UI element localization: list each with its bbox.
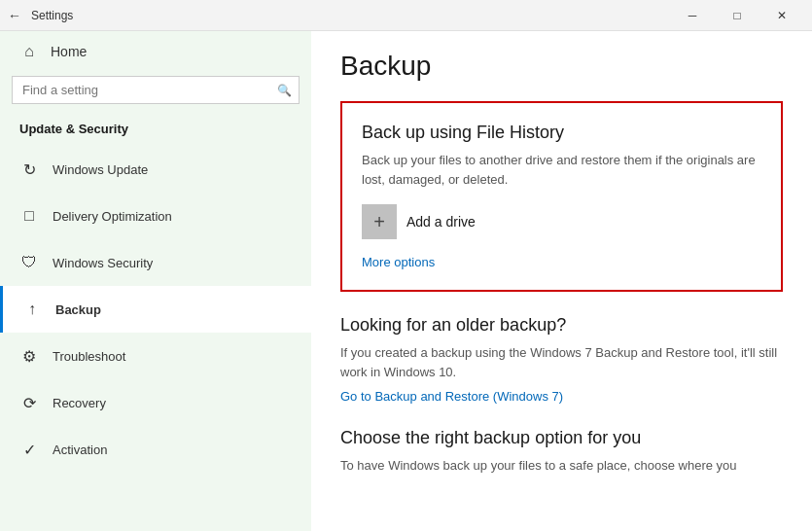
sidebar-item-backup[interactable]: ↑ Backup: [0, 286, 311, 333]
sidebar-label-backup: Backup: [55, 302, 101, 317]
older-backup-heading: Looking for an older backup?: [340, 315, 783, 336]
titlebar-back-button[interactable]: ←: [8, 8, 21, 23]
page-title: Backup: [340, 51, 783, 82]
sidebar-icon-windows-update: ↻: [19, 160, 39, 179]
more-options-link[interactable]: More options: [362, 255, 435, 269]
sidebar-label-delivery-optimization: Delivery Optimization: [53, 209, 172, 224]
titlebar-title: Settings: [31, 9, 670, 22]
sidebar-icon-troubleshoot: ⚙: [19, 347, 39, 366]
add-drive-button[interactable]: + Add a drive: [362, 204, 761, 239]
sidebar-icon-windows-security: 🛡: [19, 254, 39, 271]
sidebar-item-activation[interactable]: ✓ Activation: [0, 426, 311, 473]
sidebar-icon-delivery-optimization: □: [19, 207, 39, 225]
sidebar-item-recovery[interactable]: ⟳ Recovery: [0, 379, 311, 426]
sidebar-item-windows-security[interactable]: 🛡 Windows Security: [0, 239, 311, 286]
sidebar-item-troubleshoot[interactable]: ⚙ Troubleshoot: [0, 333, 311, 379]
titlebar: ← Settings ─ □ ✕: [0, 0, 812, 31]
sidebar-label-recovery: Recovery: [53, 396, 106, 410]
older-backup-description: If you created a backup using the Window…: [340, 343, 783, 381]
sidebar-items-container: ↻ Windows Update □ Delivery Optimization…: [0, 146, 311, 473]
sidebar-label-windows-security: Windows Security: [53, 256, 153, 270]
home-icon: ⌂: [19, 43, 39, 60]
content-area: Backup Back up using File History Back u…: [311, 31, 812, 531]
right-backup-heading: Choose the right backup option for you: [340, 428, 783, 448]
sidebar-section-title: Update & Security: [0, 116, 311, 146]
search-icon: 🔍: [277, 84, 292, 97]
file-history-section: Back up using File History Back up your …: [340, 101, 783, 292]
sidebar-search: 🔍: [12, 76, 300, 104]
sidebar-icon-backup: ↑: [22, 301, 42, 318]
restore-button[interactable]: □: [715, 0, 759, 31]
sidebar-label-windows-update: Windows Update: [53, 162, 148, 177]
older-backup-section: Looking for an older backup? If you crea…: [340, 315, 783, 405]
sidebar-item-windows-update[interactable]: ↻ Windows Update: [0, 146, 311, 193]
right-backup-section: Choose the right backup option for you T…: [340, 428, 783, 476]
right-backup-description: To have Windows back up your files to a …: [340, 456, 783, 476]
sidebar-label-activation: Activation: [53, 442, 107, 457]
sidebar-home-label: Home: [51, 44, 87, 59]
main-layout: ⌂ Home 🔍 Update & Security ↻ Windows Upd…: [0, 31, 812, 531]
sidebar: ⌂ Home 🔍 Update & Security ↻ Windows Upd…: [0, 31, 311, 531]
add-drive-label: Add a drive: [406, 214, 476, 230]
minimize-button[interactable]: ─: [670, 0, 715, 31]
sidebar-icon-activation: ✓: [19, 441, 39, 459]
sidebar-item-home[interactable]: ⌂ Home: [0, 31, 311, 72]
file-history-description: Back up your files to another drive and …: [362, 151, 761, 189]
sidebar-item-delivery-optimization[interactable]: □ Delivery Optimization: [0, 193, 311, 239]
titlebar-controls: ─ □ ✕: [670, 0, 804, 31]
search-input[interactable]: [12, 76, 300, 104]
backup-restore-link[interactable]: Go to Backup and Restore (Windows 7): [340, 389, 563, 404]
close-button[interactable]: ✕: [759, 0, 804, 31]
file-history-heading: Back up using File History: [362, 123, 761, 143]
add-drive-icon: +: [362, 204, 397, 239]
sidebar-icon-recovery: ⟳: [19, 394, 39, 412]
sidebar-label-troubleshoot: Troubleshoot: [53, 349, 125, 364]
